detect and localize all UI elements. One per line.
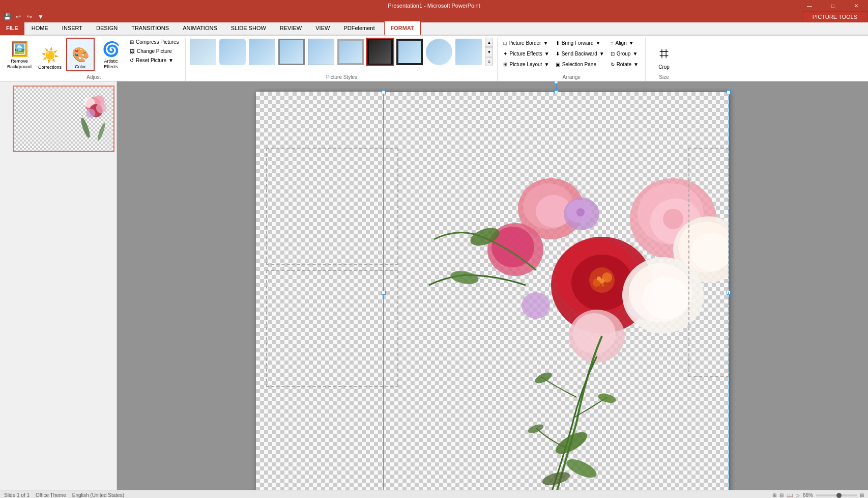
picture-styles-label: Picture Styles [186,74,497,80]
change-picture-btn[interactable]: 🖼 Change Picture [127,47,181,56]
floral-image[interactable] [383,92,729,490]
corrections-btn[interactable]: ☀️ Corrections [36,38,64,71]
status-left: Slide 1 of 1 Office Theme English (Unite… [4,492,124,498]
zoom-thumb[interactable] [836,493,842,498]
arrange-group: □ Picture Border ▼ ✦ Picture Effects ▼ ⊞… [498,38,646,81]
compress-btn[interactable]: ⊞ Compress Pictures [127,38,181,46]
reset-dropdown-icon[interactable]: ▼ [168,58,173,63]
bring-dropdown[interactable]: ▼ [595,40,600,46]
svg-point-47 [601,284,604,287]
rotate-dropdown[interactable]: ▼ [633,62,639,67]
svg-point-42 [597,392,617,405]
undo-quick-btn[interactable]: ↩ [13,12,23,22]
align-icon: ≡ [611,40,614,46]
svg-point-17 [663,209,683,229]
redo-quick-btn[interactable]: ↪ [24,12,35,22]
gallery-scroll: ▲ ▼ ≡ [485,38,493,66]
svg-point-6 [79,117,91,139]
style-2[interactable] [218,38,247,66]
tab-pdelement[interactable]: PDFelement [337,21,381,35]
picture-tools-header: PICTURE TOOLS [802,11,868,22]
reset-icon: ↺ [130,58,134,63]
style-4[interactable] [277,38,306,66]
tab-design[interactable]: DESIGN [90,21,124,35]
tab-format[interactable]: FORMAT [384,21,421,35]
style-10[interactable] [454,38,483,66]
tab-insert[interactable]: INSERT [55,21,89,35]
style-6[interactable] [336,38,365,66]
tab-view[interactable]: VIEW [309,21,336,35]
border-dropdown[interactable]: ▼ [543,40,548,46]
remove-background-btn[interactable]: 🖼️ RemoveBackground [5,38,34,71]
view-normal-btn[interactable]: ⊞ [772,492,776,498]
tab-home[interactable]: HOME [25,21,55,35]
tab-transitions[interactable]: TRANSITIONS [125,21,176,35]
send-backward-btn[interactable]: ⬇ Send Backward ▼ [553,48,607,59]
style-7[interactable] [366,38,394,66]
save-quick-btn[interactable]: 💾 [2,12,12,22]
crop-label: Crop [658,64,670,70]
app-title: Presentation1 - Microsoft PowerPoint [388,3,480,9]
arrange-label: Arrange [498,74,645,80]
style-3[interactable] [248,38,276,66]
style-5[interactable] [307,38,335,66]
status-right: ⊞ ⊟ 📖 ▷ 66% ⊞ [772,492,864,498]
align-btn[interactable]: ≡ Align ▼ [608,38,641,48]
selection-pane-btn[interactable]: ▣ Selection Pane [553,59,607,69]
maximize-btn[interactable]: □ [821,0,845,11]
group-dropdown[interactable]: ▼ [632,51,638,57]
size-label: Size [646,74,682,80]
crop-icon: ⌗ [659,44,669,63]
color-label: Color [75,64,86,69]
style-9[interactable] [425,38,453,66]
border-icon: □ [503,40,506,46]
crop-btn[interactable]: ⌗ Crop [649,38,679,71]
gallery-expand[interactable]: ≡ [485,57,493,66]
effects-icon: ✦ [503,51,507,57]
zoom-level: 66% [803,492,813,498]
status-bar: Slide 1 of 1 Office Theme English (Unite… [0,490,868,498]
effects-dropdown[interactable]: ▼ [544,51,549,57]
color-btn[interactable]: 🎨 Color [66,38,95,71]
adjust-label: Adjust [2,74,185,80]
reset-picture-btn[interactable]: ↺ Reset Picture ▼ [127,56,181,65]
style-8[interactable] [395,38,424,66]
zoom-slider[interactable] [816,494,857,496]
bring-forward-btn[interactable]: ⬆ Bring Forward ▼ [553,38,607,48]
more-quick-btn[interactable]: ▼ [36,12,46,22]
tab-animations[interactable]: ANIMATIONS [176,21,224,35]
artistic-effects-btn[interactable]: 🌀 ArtisticEffects [97,38,125,71]
selection-icon: ▣ [556,62,560,67]
send-dropdown[interactable]: ▼ [599,51,604,57]
close-btn[interactable]: ✕ [845,0,868,11]
rotate-btn[interactable]: ↻ Rotate ▼ [608,59,641,69]
layout-dropdown[interactable]: ▼ [544,62,549,67]
picture-effects-btn[interactable]: ✦ Picture Effects ▼ [501,48,552,59]
window-controls: — □ ✕ [798,0,868,11]
slide-info: Slide 1 of 1 [4,492,30,498]
view-slide-sorter-btn[interactable]: ⊟ [779,492,784,498]
artistic-icon: 🌀 [102,41,120,58]
canvas-area[interactable] [117,81,868,490]
zoom-fit[interactable]: ⊞ [860,492,864,498]
align-dropdown[interactable]: ▼ [629,40,634,46]
svg-point-45 [604,277,608,281]
group-btn[interactable]: ⊡ Group ▼ [608,48,641,59]
picture-layout-btn[interactable]: ⊞ Picture Layout ▼ [501,59,552,69]
gallery-scroll-up[interactable]: ▲ [485,38,493,47]
view-reading-btn[interactable]: 📖 [787,492,793,498]
view-slideshow-btn[interactable]: ▷ [796,492,800,498]
ribbon: 🖼️ RemoveBackground ☀️ Corrections 🎨 Col… [0,36,868,81]
tab-review[interactable]: REVIEW [273,21,308,35]
remove-bg-label: RemoveBackground [7,59,32,70]
picture-border-btn[interactable]: □ Picture Border ▼ [501,38,552,48]
style-1[interactable] [189,38,217,66]
picture-styles-group: ▲ ▼ ≡ Picture Styles [186,38,498,81]
svg-point-7 [96,122,106,141]
tab-file[interactable]: FILE [0,21,24,35]
slide-thumbnail[interactable] [13,86,114,152]
minimize-btn[interactable]: — [798,0,821,11]
tab-slideshow[interactable]: SLIDE SHOW [224,21,273,35]
main-area: 1 [0,81,868,490]
gallery-scroll-down[interactable]: ▼ [485,47,493,57]
